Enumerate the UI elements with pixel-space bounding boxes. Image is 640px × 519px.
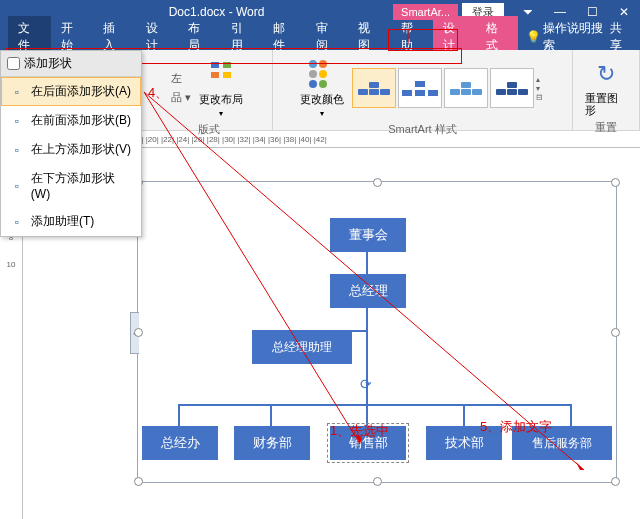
change-color-icon (306, 58, 338, 90)
selection-handle[interactable] (611, 477, 620, 486)
gallery-down-icon[interactable]: ▾ (536, 84, 550, 93)
change-layout-button[interactable]: 更改布局 ▾ (195, 54, 247, 122)
change-layout-icon (205, 58, 237, 90)
rotate-handle-icon[interactable]: ⟳ (360, 376, 372, 392)
add-assistant-icon: ▫ (9, 214, 25, 230)
add-shape-dropdown: 添加形状 ▫ 在后面添加形状(A) ▫ 在前面添加形状(B) ▫ 在上方添加形状… (0, 50, 142, 237)
add-shape-below[interactable]: ▫ 在下方添加形状(W) (1, 164, 141, 207)
svg-rect-2 (211, 72, 219, 78)
layout-small-btns: 左 品 ▾ (171, 71, 191, 105)
add-assistant[interactable]: ▫ 添加助理(T) (1, 207, 141, 236)
svg-rect-0 (211, 62, 219, 68)
org-node-leaf[interactable]: 技术部 (426, 426, 502, 460)
ribbon: 左 品 ▾ 更改布局 ▾ 版式 更改颜色 (0, 50, 640, 131)
ribbon-group-reset: ↻ 重置图形 重置 (573, 50, 640, 130)
style-swatch[interactable] (444, 68, 488, 108)
selection-handle[interactable] (134, 328, 143, 337)
change-color-button[interactable]: 更改颜色 ▾ (296, 54, 348, 122)
lightbulb-icon: 💡 (526, 30, 541, 44)
selection-handle[interactable] (611, 328, 620, 337)
org-node-root[interactable]: 董事会 (330, 218, 406, 252)
org-node-leaf[interactable]: 财务部 (234, 426, 310, 460)
ribbon-group-layout: 左 品 ▾ 更改布局 ▾ 版式 (146, 50, 273, 130)
smartart-styles-gallery[interactable]: ▴ ▾ ⊟ (352, 68, 550, 108)
reset-graphic-button[interactable]: ↻ 重置图形 (581, 54, 631, 120)
selection-handle[interactable] (373, 178, 382, 187)
svg-rect-3 (223, 72, 231, 78)
svg-rect-1 (223, 62, 231, 68)
selection-handle[interactable] (134, 477, 143, 486)
org-node-assistant[interactable]: 总经理助理 (252, 330, 352, 364)
style-swatch[interactable] (352, 68, 396, 108)
org-node-leaf[interactable]: 售后服务部 (512, 426, 612, 460)
style-swatch[interactable] (398, 68, 442, 108)
add-shape-after[interactable]: ▫ 在后面添加形状(A) (1, 77, 141, 106)
style-swatch[interactable] (490, 68, 534, 108)
add-shape-before[interactable]: ▫ 在前面添加形状(B) (1, 106, 141, 135)
ribbon-group-styles: 更改颜色 ▾ ▴ ▾ ⊟ SmartArt 样式 (273, 50, 573, 130)
add-before-icon: ▫ (9, 113, 25, 129)
org-node-l1[interactable]: 总经理 (330, 274, 406, 308)
org-node-leaf-selected[interactable]: 销售部 (330, 426, 406, 460)
selection-handle[interactable] (611, 178, 620, 187)
tell-me-search[interactable]: 💡 操作说明搜索 (526, 20, 609, 54)
share-button[interactable]: 共享 (610, 20, 633, 54)
smartart-frame[interactable]: ◂ 董事会 总经理 总经理助理 总经办 财务部 销售部 技 (137, 181, 617, 483)
add-shape-above[interactable]: ▫ 在上方添加形状(V) (1, 135, 141, 164)
add-above-icon: ▫ (9, 142, 25, 158)
reset-icon: ↻ (590, 58, 622, 90)
add-shape-checkbox[interactable] (7, 57, 20, 70)
org-node-leaf[interactable]: 总经办 (142, 426, 218, 460)
selection-handle[interactable] (373, 477, 382, 486)
add-below-icon: ▫ (9, 178, 25, 194)
add-after-icon: ▫ (9, 84, 25, 100)
gallery-up-icon[interactable]: ▴ (536, 75, 550, 84)
gallery-more-icon[interactable]: ⊟ (536, 93, 550, 102)
dropdown-header[interactable]: 添加形状 (1, 51, 141, 77)
menu-bar: 文件 开始 插入 设计 布局 引用 邮件 审阅 视图 帮助 设计 格式 💡 操作… (0, 24, 640, 50)
